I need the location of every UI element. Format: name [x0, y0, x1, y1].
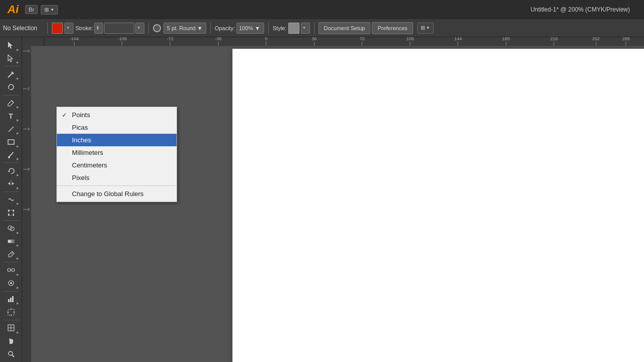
tool-magic-wand[interactable]: ▶: [2, 68, 20, 80]
expand-arrow-13: ▶: [17, 243, 19, 247]
tool-rotate[interactable]: ▶: [2, 164, 20, 177]
menu-item-global-rulers[interactable]: Change to Global Rulers: [57, 188, 177, 200]
workspace-icon: ⊞: [421, 25, 425, 31]
svg-rect-26: [8, 299, 10, 302]
menu-item-millimeters[interactable]: Millimeters: [57, 146, 177, 159]
tool-lasso[interactable]: [2, 81, 20, 94]
main-area: ▶ ▶ ▶ ▶ T ▶: [0, 37, 644, 362]
menu-item-centimeters[interactable]: Centimeters: [57, 159, 177, 171]
menu-item-label: Picas: [72, 124, 88, 131]
tool-symbol[interactable]: ▶: [2, 277, 20, 290]
tool-column-graph[interactable]: ▶: [2, 293, 20, 305]
tool-direct-selection[interactable]: ▶: [2, 52, 20, 65]
ruler-tick: 216: [550, 37, 558, 46]
stroke-color-arrow: ▼: [137, 26, 141, 30]
tool-zoom[interactable]: [2, 347, 20, 360]
tool-mirror[interactable]: ▶: [2, 177, 20, 190]
ruler-tick: 72: [360, 37, 365, 46]
v-ruler-tick: 8: [22, 207, 31, 212]
preferences-button[interactable]: Preferences: [372, 22, 413, 34]
svg-rect-14: [13, 210, 14, 211]
arrange-icon: ⊞: [44, 7, 49, 13]
tool-free-transform[interactable]: [2, 206, 20, 219]
canvas-with-vruler: 0 2 4 6 8 ✓ Points Picas: [22, 46, 644, 362]
selection-section: No Selection: [3, 25, 43, 32]
tool-warp[interactable]: ▶: [2, 194, 20, 206]
tool-paintbrush[interactable]: ▶: [2, 149, 20, 161]
stroke-value-field[interactable]: [104, 23, 134, 34]
svg-marker-11: [12, 182, 14, 185]
left-toolbar: ▶ ▶ ▶ ▶ T ▶: [0, 37, 22, 362]
ruler-tick: -144: [70, 37, 79, 46]
bridge-button[interactable]: Br: [25, 5, 38, 14]
tool-eyedropper[interactable]: ▶: [2, 248, 20, 260]
document-setup-button[interactable]: Document Setup: [318, 22, 371, 34]
expand-arrow-18: ▶: [17, 330, 19, 334]
menu-item-label: Inches: [72, 136, 91, 144]
menu-item-inches[interactable]: Inches: [57, 134, 177, 146]
pt-round-button[interactable]: 5 pt. Round ▼: [164, 23, 206, 34]
expand-arrow-7: ▶: [17, 144, 19, 148]
stroke-color-dropdown[interactable]: ▼: [135, 23, 144, 34]
canvas-area[interactable]: ✓ Points Picas Inches Millimeters Centim…: [31, 46, 644, 362]
expand-arrow: ▶: [17, 48, 19, 51]
tool-type[interactable]: T ▶: [2, 110, 20, 122]
doc-prefs-section: Document Setup Preferences: [318, 22, 413, 34]
svg-point-7: [8, 156, 10, 158]
opacity-dropdown[interactable]: 100% ▼: [236, 23, 264, 34]
svg-line-20: [11, 252, 13, 254]
arrange-button[interactable]: ⊞ ▼: [41, 5, 58, 15]
separator-5: [314, 23, 314, 34]
style-label: Style:: [273, 25, 287, 31]
menu-item-label: Pixels: [72, 174, 90, 182]
tool-sep-6: [3, 262, 19, 262]
tool-rectangle[interactable]: ▶: [2, 136, 20, 148]
expand-arrow-14: ▶: [17, 256, 19, 260]
stroke-label: Stroke:: [75, 25, 93, 31]
menu-separator: [57, 186, 177, 186]
style-dropdown[interactable]: ▼: [301, 23, 310, 34]
tool-sep-2: [3, 95, 19, 96]
tool-selection[interactable]: ▶: [2, 39, 20, 52]
tool-sep-7: [3, 291, 19, 292]
menu-item-label: Change to Global Rulers: [72, 190, 143, 198]
expand-arrow-10: ▶: [17, 186, 19, 190]
tool-sep-5: [3, 220, 19, 221]
menu-item-picas[interactable]: Picas: [57, 121, 177, 134]
tool-line[interactable]: ▶: [2, 123, 20, 135]
style-swatch[interactable]: [288, 23, 299, 34]
svg-marker-10: [8, 182, 10, 185]
expand-arrow-17: ▶: [17, 301, 19, 305]
no-selection-label: No Selection: [3, 25, 43, 32]
ruler-corner: [22, 37, 44, 46]
svg-line-4: [12, 101, 14, 103]
fill-dropdown[interactable]: ▼: [64, 23, 73, 34]
title-bar: Ai Br ⊞ ▼ Untitled-1* @ 200% (CMYK/Previ…: [0, 0, 644, 19]
separator-2: [148, 23, 149, 34]
menu-item-label: Centimeters: [72, 161, 107, 169]
separator-1: [47, 23, 48, 34]
tool-hand[interactable]: [2, 335, 20, 347]
tool-gradient[interactable]: ▶: [2, 235, 20, 248]
svg-rect-19: [8, 240, 14, 243]
svg-rect-16: [13, 214, 14, 216]
tool-slice[interactable]: ▶: [2, 322, 20, 334]
workspace-button[interactable]: ⊞ ▼: [417, 23, 434, 34]
tool-pen[interactable]: ▶: [2, 97, 20, 110]
tool-artboard[interactable]: [2, 306, 20, 318]
tool-blend[interactable]: ▶: [2, 264, 20, 277]
fill-color-swatch[interactable]: [52, 23, 63, 34]
svg-point-22: [12, 268, 15, 272]
opacity-label: Opacity:: [215, 25, 235, 31]
stroke-up-down[interactable]: ⬍: [94, 23, 103, 34]
tool-shape-builder[interactable]: ▶: [2, 222, 20, 235]
round-cap-icon: [153, 24, 161, 32]
menu-item-label: Millimeters: [72, 149, 103, 156]
menu-item-points[interactable]: ✓ Points: [57, 109, 177, 121]
style-section: Style: ▼: [273, 23, 310, 34]
ruler-tick: 0: [265, 37, 268, 46]
menu-item-pixels[interactable]: Pixels: [57, 171, 177, 184]
opacity-value: 100%: [239, 25, 253, 31]
fill-arrow: ▼: [66, 26, 70, 30]
expand-arrow-3: ▶: [17, 76, 19, 80]
